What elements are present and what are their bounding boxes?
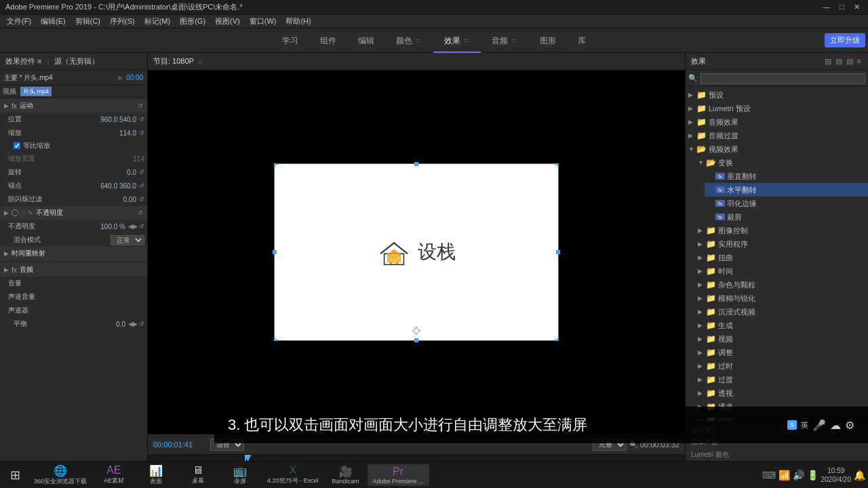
tree-video-fx[interactable]: ▼ 📂 视频效果 <box>686 142 868 156</box>
fx-channelvol-row[interactable]: 声道音量 <box>0 290 147 304</box>
menu-help[interactable]: 帮助(H) <box>281 16 315 26</box>
tree-vflip[interactable]: fx 垂直翻转 <box>705 169 868 183</box>
fx-opacity-value-row[interactable]: 不透明度 100.0 % ◀▶ ↺ <box>0 220 147 233</box>
tree-perspective[interactable]: ▶ 📁 透视 <box>695 386 868 400</box>
handle-ml[interactable] <box>273 250 277 254</box>
taskbar-excel[interactable]: X 4.20统75号 - Excel <box>262 463 324 487</box>
monitor-view[interactable]: 设栈 <box>148 70 685 434</box>
taskbar-speaker-btn[interactable]: 🔊 <box>793 470 804 481</box>
uniform-checkbox[interactable] <box>14 142 20 149</box>
tree-crop[interactable]: fx 裁剪 <box>705 210 868 224</box>
taskbar-record[interactable]: 📺 录屏 <box>220 463 260 487</box>
lumetri-item[interactable]: Lumetri 颜色 <box>691 449 863 461</box>
upgrade-button[interactable]: 立即升级 <box>825 33 865 47</box>
fx-panner-row[interactable]: 声道器 <box>0 304 147 317</box>
fx-tab-source[interactable]: 源（无剪辑） <box>54 56 99 66</box>
tree-distort[interactable]: ▶ 📁 扭曲 <box>695 251 868 264</box>
handle-tl[interactable] <box>274 163 278 167</box>
taskbar-battery-btn[interactable]: 🔋 <box>807 470 818 481</box>
blend-select[interactable]: 正常 <box>111 235 144 245</box>
menu-mark[interactable]: 标记(M) <box>140 16 175 26</box>
effects-icon1[interactable]: ▤ <box>823 57 833 66</box>
minimize-btn[interactable]: — <box>820 3 833 12</box>
handle-tc[interactable] <box>414 162 418 166</box>
tab-edit[interactable]: 编辑 <box>347 28 385 53</box>
opacity-nav[interactable]: ◀▶ <box>128 223 138 230</box>
handle-bl[interactable] <box>274 337 278 341</box>
fx-position-row[interactable]: 位置 960.0 540.0 ↺ <box>0 113 147 126</box>
fx-pan-row[interactable]: 平衡 0.0 ◀▶ ↺ <box>0 317 147 331</box>
effects-menu[interactable]: ≡ <box>856 57 863 66</box>
close-btn[interactable]: ✕ <box>851 3 863 12</box>
pan-nav[interactable]: ◀▶ <box>128 321 138 327</box>
lang-btn[interactable]: 英 <box>801 420 808 430</box>
fx-scaleW-row[interactable]: 缩放宽度 114 <box>0 152 147 165</box>
tree-audio-fx[interactable]: ▶ 📁 音频效果 <box>686 115 868 129</box>
tree-audio-trans[interactable]: ▶ 📁 音频过渡 <box>686 129 868 142</box>
cloud-btn[interactable]: ☁ <box>830 419 841 432</box>
tab-graphics[interactable]: 图形 <box>529 28 567 53</box>
menu-view[interactable]: 视图(V) <box>211 16 244 26</box>
effects-icon3[interactable]: ▤ <box>845 57 854 66</box>
tree-presets[interactable]: ▶ 📁 预设 <box>686 88 868 102</box>
mic-btn[interactable]: 🎤 <box>812 419 826 432</box>
handle-tr[interactable] <box>555 163 559 167</box>
tree-time[interactable]: ▶ 📁 时间 <box>695 264 868 278</box>
tree-lumetri[interactable]: ▶ 📁 Lumetri 预设 <box>686 102 868 115</box>
handle-br[interactable] <box>555 337 559 341</box>
menu-graphic[interactable]: 图形(G) <box>176 16 210 26</box>
taskbar-network-btn[interactable]: 📶 <box>778 470 790 481</box>
tree-obsolete[interactable]: ▶ 📁 过时 <box>695 359 868 373</box>
fx-timeremap-section[interactable]: ▶ 时间重映射 <box>0 247 147 260</box>
settings-sougou-btn[interactable]: ⚙ <box>845 419 854 432</box>
fx-opacity-reset[interactable]: ↺ <box>138 209 143 216</box>
tab-assembly[interactable]: 组件 <box>309 28 347 53</box>
tab-learn[interactable]: 学习 <box>271 28 309 53</box>
handle-bc[interactable] <box>414 338 418 342</box>
maximize-btn[interactable]: □ <box>837 3 847 12</box>
taskbar-ae[interactable]: AE AE素材 <box>94 463 134 487</box>
tree-transition-fx[interactable]: ▶ 📁 过渡 <box>695 373 868 386</box>
tree-immersive[interactable]: ▶ 📁 沉浸式视频 <box>695 305 868 319</box>
tab-library[interactable]: 库 <box>567 28 597 53</box>
effects-search-input[interactable] <box>701 73 865 84</box>
tree-utility[interactable]: ▶ 📁 实用程序 <box>695 237 868 251</box>
tree-noise[interactable]: ▶ 📁 杂色与颗粒 <box>695 278 868 291</box>
start-btn[interactable]: ⊞ <box>3 463 27 487</box>
fx-volume-row[interactable]: 音量 <box>0 277 147 290</box>
tree-adjust[interactable]: ▶ 📁 调整 <box>695 346 868 359</box>
fx-anchor-row[interactable]: 锚点 640.0 360.0 ↺ <box>0 179 147 192</box>
tree-feather[interactable]: fx 羽化边缘 <box>705 197 868 210</box>
taskbar-screen[interactable]: 🖥 桌幕 <box>178 463 218 487</box>
tree-imgctrl[interactable]: ▶ 📁 图像控制 <box>695 224 868 237</box>
handle-mr[interactable] <box>556 250 560 254</box>
tab-audio[interactable]: 音频 = <box>481 28 528 53</box>
taskbar-notifications-btn[interactable]: 🔔 <box>854 470 865 481</box>
taskbar-premiere[interactable]: Pr Adobe Premiere ... <box>368 464 429 486</box>
menu-file[interactable]: 文件(F) <box>3 16 35 26</box>
tree-video-sub[interactable]: ▶ 📁 视频 <box>695 332 868 346</box>
effects-icon2[interactable]: ▤ <box>834 57 844 66</box>
taskbar-360browser[interactable]: 🌐 360安全浏览器下载 <box>28 463 92 487</box>
fx-rotate-row[interactable]: 旋转 0.0 ↺ <box>0 165 147 179</box>
taskbar-bandicam[interactable]: 🎥 Bandicam <box>326 464 366 486</box>
tree-blur[interactable]: ▶ 📁 模糊与锐化 <box>695 291 868 305</box>
fx-antiflicker-row[interactable]: 防闪烁过滤 0.00 ↺ <box>0 192 147 206</box>
menu-edit[interactable]: 编辑(E) <box>37 16 70 26</box>
menu-window[interactable]: 窗口(W) <box>245 16 281 26</box>
tree-hflip[interactable]: fx 水平翻转 <box>705 183 868 197</box>
taskbar-table[interactable]: 📊 表面 <box>136 463 176 487</box>
tree-transform[interactable]: ▼ 📂 变换 <box>695 156 868 169</box>
tree-generate[interactable]: ▶ 📁 生成 <box>695 319 868 332</box>
fx-motion-reset[interactable]: ↺ <box>138 102 143 109</box>
fx-motion-section[interactable]: ▶ fx 运动 ↺ <box>0 99 147 113</box>
menu-clip[interactable]: 剪辑(C) <box>71 16 104 26</box>
tab-effects[interactable]: 效果 = <box>433 28 481 53</box>
menu-sequence[interactable]: 序列(S) <box>106 16 139 26</box>
fx-opacity-section[interactable]: ▶ ✎ 不透明度 ↺ <box>0 206 147 220</box>
fx-scale-row[interactable]: 缩放 114.0 ↺ <box>0 126 147 140</box>
tab-color[interactable]: 颜色 = <box>385 28 433 53</box>
fx-audio-section[interactable]: ▶ fx 音频 <box>0 263 147 277</box>
reset-position[interactable]: ↺ <box>139 116 144 123</box>
fx-tab-controls[interactable]: 效果控件 ≡ <box>5 56 41 66</box>
